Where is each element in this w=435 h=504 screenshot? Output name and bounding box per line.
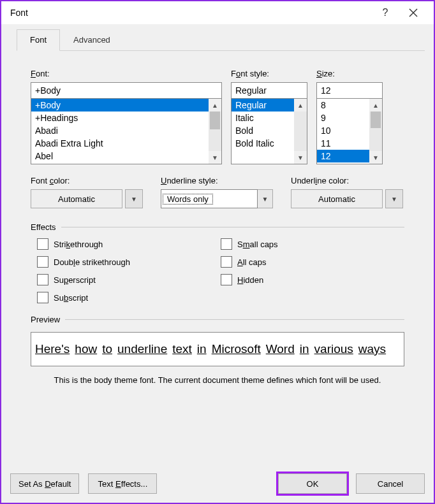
- font-list[interactable]: +Body+HeadingsAbadiAbadi Extra LightAbel…: [31, 98, 222, 164]
- list-item[interactable]: 11: [317, 137, 369, 150]
- font-style-size-row: Font: +Body +Body+HeadingsAbadiAbadi Ext…: [31, 69, 404, 164]
- scroll-up-icon[interactable]: ▲: [294, 99, 307, 112]
- dialog-content: Font Advanced Font: +Body +Body+Headings…: [1, 24, 434, 467]
- font-input[interactable]: +Body: [31, 82, 222, 99]
- chevron-down-icon[interactable]: ▼: [125, 189, 143, 208]
- size-label: Size:: [316, 69, 383, 78]
- list-item[interactable]: 9: [317, 112, 369, 124]
- superscript-checkbox[interactable]: Superscript: [37, 274, 221, 285]
- effects-label-text: Effects: [31, 222, 56, 232]
- underline-color-column: Underline color: Automatic ▼: [291, 176, 403, 208]
- font-style-list[interactable]: RegularItalicBoldBold Italic ▲ ▼: [231, 98, 307, 164]
- size-list[interactable]: 89101112 ▲ ▼: [316, 98, 383, 164]
- underline-color-label: Underline color:: [291, 176, 403, 185]
- strikethrough-checkbox[interactable]: Strikethrough: [37, 238, 221, 250]
- font-column: Font: +Body +Body+HeadingsAbadiAbadi Ext…: [31, 69, 222, 164]
- effects-group: Strikethrough Double strikethrough Super…: [31, 238, 404, 303]
- preview-word: text: [172, 342, 192, 356]
- scroll-down-icon[interactable]: ▼: [294, 151, 307, 164]
- font-color-value: Automatic: [31, 189, 122, 208]
- list-item[interactable]: 8: [317, 99, 369, 112]
- close-button[interactable]: [399, 1, 427, 24]
- preview-word: Here's: [35, 342, 70, 356]
- underline-style-combo[interactable]: Words only ▼: [161, 189, 273, 208]
- font-style-column: Font style: Regular RegularItalicBoldBol…: [231, 69, 307, 164]
- list-item[interactable]: +Body: [31, 99, 209, 112]
- font-style-label: Font style:: [231, 69, 307, 78]
- divider: [61, 227, 404, 227]
- all-caps-checkbox[interactable]: All caps: [221, 256, 404, 268]
- preview-word: in: [300, 342, 309, 356]
- scroll-up-icon[interactable]: ▲: [209, 99, 221, 112]
- list-item[interactable]: Bold Italic: [232, 137, 294, 150]
- preview-word: how: [75, 342, 97, 356]
- list-item[interactable]: Abadi Extra Light: [31, 137, 209, 150]
- preview-word: various: [314, 342, 353, 356]
- dialog-footer: Set As Default Text Effects... OK Cancel: [1, 467, 434, 503]
- subscript-checkbox[interactable]: Subscript: [37, 292, 221, 303]
- effects-section-label: Effects: [31, 222, 404, 232]
- list-item[interactable]: Abel: [31, 150, 209, 162]
- font-color-combo[interactable]: Automatic ▼: [31, 189, 143, 208]
- tab-panel-font: Font: +Body +Body+HeadingsAbadiAbadi Ext…: [10, 51, 425, 459]
- chevron-down-icon[interactable]: ▼: [258, 189, 273, 208]
- font-label: Font:: [31, 69, 222, 78]
- underline-style-column: Underline style: Words only ▼: [161, 176, 273, 208]
- preview-word: Word: [266, 342, 295, 356]
- small-caps-checkbox[interactable]: Small caps: [221, 238, 404, 250]
- font-color-column: Font color: Automatic ▼: [31, 176, 143, 208]
- hidden-checkbox[interactable]: Hidden: [221, 274, 404, 285]
- scroll-up-icon[interactable]: ▲: [369, 99, 382, 112]
- text-effects-button[interactable]: Text Effects...: [88, 473, 157, 494]
- size-scrollbar[interactable]: ▲ ▼: [369, 99, 382, 164]
- font-scrollbar[interactable]: ▲ ▼: [209, 99, 221, 164]
- list-item[interactable]: 10: [317, 124, 369, 137]
- preview-description: This is the body theme font. The current…: [31, 375, 404, 385]
- preview-box: Here'showtounderlinetextinMicrosoftWordi…: [31, 332, 404, 366]
- tabstrip: Font Advanced: [17, 29, 425, 51]
- cancel-button[interactable]: Cancel: [356, 473, 425, 494]
- divider: [65, 319, 404, 320]
- preview-word: underline: [117, 342, 167, 356]
- scroll-down-icon[interactable]: ▼: [369, 151, 382, 164]
- font-dialog: Font ? Font Advanced Font: +Body +Body+H…: [0, 0, 435, 504]
- font-style-input[interactable]: Regular: [231, 82, 307, 99]
- ok-button[interactable]: OK: [278, 473, 347, 494]
- list-item[interactable]: Regular: [232, 99, 294, 112]
- tab-advanced-label: Advanced: [73, 35, 110, 45]
- dialog-title: Font: [10, 8, 371, 18]
- list-item[interactable]: 12: [317, 150, 369, 162]
- preview-label-text: Preview: [31, 315, 60, 324]
- close-icon: [409, 8, 418, 17]
- underline-style-value: Words only: [163, 194, 213, 205]
- titlebar: Font ?: [1, 1, 434, 24]
- double-strikethrough-checkbox[interactable]: Double strikethrough: [37, 256, 221, 268]
- underline-style-label: Underline style:: [161, 176, 273, 185]
- set-as-default-button[interactable]: Set As Default: [10, 473, 79, 494]
- help-button[interactable]: ?: [371, 1, 399, 24]
- underline-color-combo[interactable]: Automatic ▼: [291, 189, 403, 208]
- tab-advanced[interactable]: Advanced: [60, 29, 124, 50]
- list-item[interactable]: Abadi: [31, 124, 209, 137]
- preview-word: to: [102, 342, 112, 356]
- size-input[interactable]: 12: [316, 82, 383, 99]
- chevron-down-icon[interactable]: ▼: [385, 189, 403, 208]
- preview-section-label: Preview: [31, 315, 404, 324]
- font-color-label: Font color:: [31, 176, 143, 185]
- style-scrollbar[interactable]: ▲ ▼: [294, 99, 307, 164]
- size-column: Size: 12 89101112 ▲ ▼: [316, 69, 383, 164]
- tab-font[interactable]: Font: [17, 29, 60, 51]
- list-item[interactable]: Italic: [232, 112, 294, 124]
- preview-word: Microsoft: [212, 342, 261, 356]
- scroll-down-icon[interactable]: ▼: [209, 151, 221, 164]
- list-item[interactable]: Bold: [232, 124, 294, 137]
- underline-color-value: Automatic: [291, 189, 383, 208]
- preview-word: ways: [358, 342, 386, 356]
- list-item[interactable]: +Headings: [31, 112, 209, 124]
- color-underline-row: Font color: Automatic ▼ Underline style:…: [31, 176, 404, 208]
- preview-word: in: [197, 342, 207, 356]
